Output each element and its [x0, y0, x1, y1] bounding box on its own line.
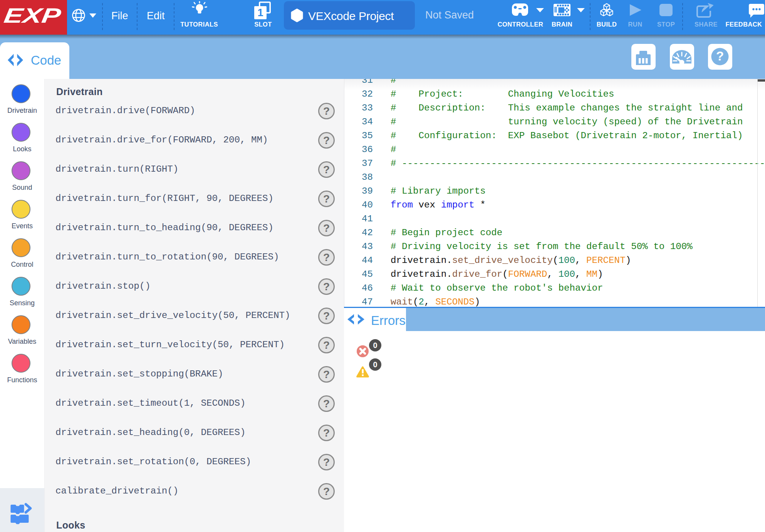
svg-text:?: ?	[716, 49, 724, 63]
svg-text:EXP: EXP	[2, 4, 63, 27]
svg-text:1: 1	[257, 7, 263, 18]
